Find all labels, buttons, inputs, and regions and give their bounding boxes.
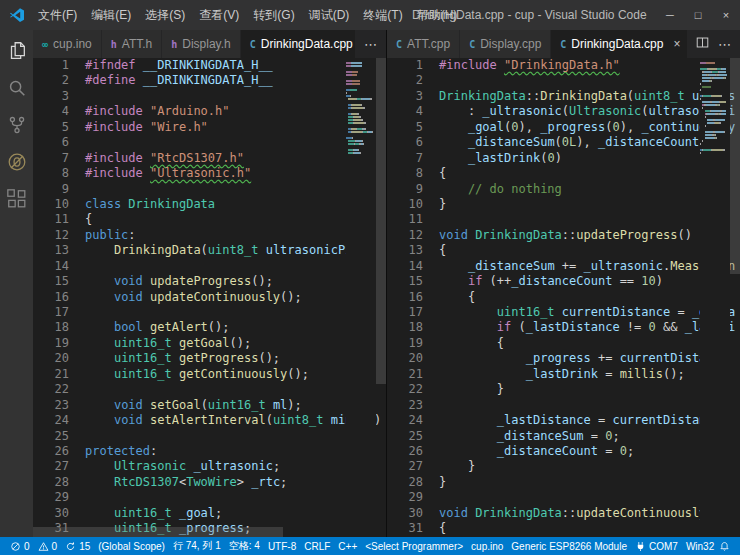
status-item-plug[interactable]: COM7 [631,541,682,552]
split-editor-icon[interactable] [696,36,709,52]
menu-item-5[interactable]: 调试(D) [302,0,357,30]
menu-item-4[interactable]: 转到(G) [246,0,301,30]
status-item-text-5[interactable]: 空格: 4 [225,539,264,553]
explorer-icon[interactable] [5,39,29,63]
line-number: 29 [387,490,423,505]
vertical-scrollbar-right[interactable] [730,58,740,537]
line-number: 4 [387,104,423,119]
line-number: 23 [387,398,423,413]
editor-area: ∞cup.inohATT.hhDisplay.hCDrinkingData.cp… [33,30,740,537]
status-item-text-9[interactable]: <Select Programmer> [361,541,467,552]
editor-right[interactable]: 1#include "DrinkingData.h"23DrinkingData… [387,58,740,537]
close-button[interactable]: × [712,0,740,30]
code-line: 6 [33,135,386,150]
editor-left[interactable]: 1#ifndef __DRINKINGDATA_H__2#define __DR… [33,58,386,537]
code-line: 16 { [387,290,740,305]
tab-ATT.h[interactable]: hATT.h [102,30,162,58]
menu-item-1[interactable]: 编辑(E) [84,0,138,30]
minimize-button[interactable]: ─ [656,0,684,30]
h-file-icon: h [111,39,117,50]
code-line: 6 _distanceSum(0L), _distanceCount(0), [387,135,740,150]
code-line: 3DrinkingData::DrinkingData(uint8_t ultr… [387,89,740,104]
menu-item-6[interactable]: 终端(T) [356,0,409,30]
line-number: 16 [33,290,69,305]
status-item-text-4[interactable]: 行 74, 列 1 [169,539,225,553]
line-number: 25 [387,429,423,444]
line-number: 9 [387,182,423,197]
code-line: 4 : _ultrasonic(Ultrasonic(ultrasonicPi [387,104,740,119]
warning-icon [38,541,49,552]
horizontal-scrollbar-left[interactable] [33,527,346,537]
more-actions-icon[interactable]: ⋯ [364,37,377,52]
menu-item-3[interactable]: 查看(V) [192,0,246,30]
h-file-icon: h [171,39,177,50]
code-line: 14 [33,259,386,274]
vertical-scrollbar-left[interactable] [376,58,386,537]
line-number: 13 [33,243,69,258]
minimap-right[interactable] [700,58,730,537]
line-number: 18 [33,320,69,335]
code-line: 8{ [387,166,740,181]
tab-bar-left: ∞cup.inohATT.hhDisplay.hCDrinkingData.cp… [33,30,386,58]
status-item-text-10[interactable]: cup.ino [467,541,507,552]
title-bar: 文件(F)编辑(E)选择(S)查看(V)转到(G)调试(D)终端(T)帮助(H)… [0,0,740,30]
status-item-bell[interactable] [715,541,734,552]
code-line: 11 [387,212,740,227]
line-number: 10 [33,197,69,212]
status-item-label: <Select Programmer> [365,541,463,552]
code-line: 22 } [387,382,740,397]
line-number: 22 [387,382,423,397]
tab-DrinkingData.cpp[interactable]: CDrinkingData.cpp× [551,30,687,58]
code-line: 29 [33,490,386,505]
code-line: 28 RtcDS1307<TwoWire> _rtc; [33,475,386,490]
code-line: 29 [387,490,740,505]
tab-cup.ino[interactable]: ∞cup.ino [33,30,102,58]
code-line: 15 if (++_distanceCount == 10) [387,274,740,289]
vscode-logo-icon [9,7,25,23]
menu-item-2[interactable]: 选择(S) [138,0,192,30]
code-line: 24 _lastDistance = currentDistance; [387,413,740,428]
code-line: 26 _distanceCount = 0; [387,444,740,459]
tab-close-icon[interactable]: × [673,37,680,51]
tab-Display.h[interactable]: hDisplay.h [162,30,241,58]
minimap-left[interactable] [346,58,376,537]
status-item-text-8[interactable]: C++ [334,541,361,552]
code-line: 10class DrinkingData [33,197,386,212]
line-number: 5 [387,120,423,135]
status-item-label: 0 [24,541,30,552]
status-item-text-13[interactable]: Win32 [682,541,715,552]
status-item-text-3[interactable]: (Global Scope) [94,541,169,552]
line-number: 11 [387,212,423,227]
status-item-label: COM7 [649,541,678,552]
line-number: 20 [387,351,423,366]
code-line: 24 void setAlertInterval(uint8_t minute) [33,413,386,428]
menu-bar: 文件(F)编辑(E)选择(S)查看(V)转到(G)调试(D)终端(T)帮助(H) [31,0,464,30]
code-line: 17 [33,305,386,320]
maximize-button[interactable]: □ [684,0,712,30]
tab-DrinkingData.cpp[interactable]: CDrinkingData.cpp× [241,30,355,58]
source-control-icon[interactable] [5,113,29,137]
status-item-sync[interactable]: 15 [61,541,94,552]
code-line: 26protected: [33,444,386,459]
status-item-text-7[interactable]: CRLF [300,541,334,552]
status-item-warning[interactable]: 0 [34,541,62,552]
line-number: 2 [387,73,423,88]
tab-Display.cpp[interactable]: CDisplay.cpp [460,30,551,58]
more-actions-icon[interactable]: ⋯ [718,37,731,52]
tab-ATT.cpp[interactable]: CATT.cpp [387,30,460,58]
status-item-label: 0 [52,541,58,552]
line-number: 6 [33,135,69,150]
status-item-text-11[interactable]: Generic ESP8266 Module [507,541,631,552]
status-item-text-6[interactable]: UTF-8 [264,541,300,552]
debug-icon[interactable] [5,150,29,174]
code-line: 19 uint16_t getGoal(); [33,336,386,351]
code-line: 18 if (_lastDistance != 0 && _lastDi [387,320,740,335]
line-number: 24 [387,413,423,428]
ino-file-icon: ∞ [42,39,48,50]
search-icon[interactable] [5,76,29,100]
code-line: 8#include "Ultrasonic.h" [33,166,386,181]
code-line: 5 _goal(0), _progress(0), _continuously [387,120,740,135]
extensions-icon[interactable] [5,187,29,211]
menu-item-0[interactable]: 文件(F) [31,0,84,30]
status-item-error[interactable]: 0 [6,541,34,552]
